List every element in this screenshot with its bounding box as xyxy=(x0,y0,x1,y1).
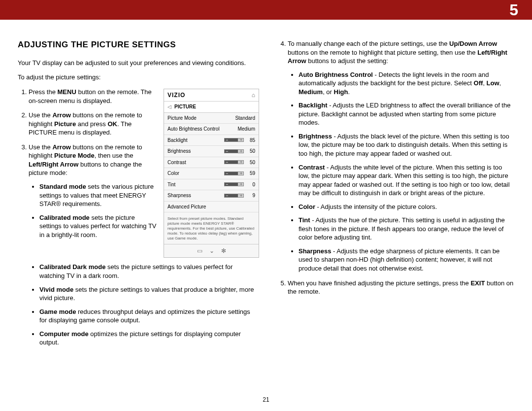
row-advanced: Advanced Picture xyxy=(164,202,259,213)
settings-list: Auto Brightness Control - Detects the li… xyxy=(288,70,514,273)
home-icon: ⌂ xyxy=(252,91,255,99)
opt-sharpness: Sharpness - Adjusts the edge sharpness o… xyxy=(299,247,514,273)
mode-vivid: Vivid mode sets the picture settings to … xyxy=(39,285,259,303)
slider-icon xyxy=(224,149,244,153)
intro-paragraph: Your TV display can be adjusted to suit … xyxy=(18,59,259,68)
mode-calibrated-dark: Calibrated Dark mode sets the picture se… xyxy=(39,263,259,280)
chapter-number: 5 xyxy=(509,1,518,19)
row-abc: Auto Brightness ControlMedium xyxy=(164,124,259,135)
row-picture-mode: Picture ModeStandard xyxy=(164,113,259,124)
page-number: 21 xyxy=(0,396,532,403)
menu-help-text: Select from preset picture modes. Standa… xyxy=(164,212,259,244)
steps-list-1: Press the MENU button on the remote. The… xyxy=(18,88,157,239)
wide-icon: ▭ xyxy=(197,247,202,255)
osd-menu: VIZIO ⌂ ◁ PICTURE Picture ModeStandard A… xyxy=(164,89,259,258)
slider-icon xyxy=(224,160,244,164)
brand-logo: VIZIO xyxy=(167,91,185,99)
gear-icon: ✻ xyxy=(221,247,226,255)
slider-icon xyxy=(224,138,244,142)
left-column: ADJUSTING THE PICTURE SETTINGS Your TV d… xyxy=(18,39,259,352)
step-4: To manually change each of the picture s… xyxy=(288,39,514,273)
menu-header: VIZIO ⌂ xyxy=(164,89,259,102)
menu-subheader: ◁ PICTURE xyxy=(164,102,259,113)
row-contrast: Contrast50 xyxy=(164,157,259,169)
mode-calibrated: Calibrated mode sets the picture setting… xyxy=(39,213,157,240)
opt-tint: Tint - Adjusts the hue of the picture. T… xyxy=(299,216,514,242)
mode-standard: Standard mode sets the various picture s… xyxy=(39,182,157,208)
row-tint: Tint0 xyxy=(164,179,259,191)
row-brightness: Brightness50 xyxy=(164,146,259,157)
lead-paragraph: To adjust the picture settings: xyxy=(18,73,259,82)
step-3: Use the Arrow buttons on the remote to h… xyxy=(29,143,157,239)
mode-computer: Computer mode optimizes the picture sett… xyxy=(39,330,259,347)
menu-title: PICTURE xyxy=(174,103,196,110)
chapter-header: 5 xyxy=(0,0,532,20)
picture-modes-list-bottom: Calibrated Dark mode sets the picture se… xyxy=(18,263,259,346)
page-content: ADJUSTING THE PICTURE SETTINGS Your TV d… xyxy=(0,20,532,352)
mode-game: Game mode reduces throughput delays and … xyxy=(39,308,259,325)
opt-brightness: Brightness - Adjusts the black level of … xyxy=(299,132,514,158)
slider-icon xyxy=(224,171,244,175)
back-icon: ◁ xyxy=(167,103,171,110)
row-sharpness: Sharpness9 xyxy=(164,190,259,202)
step-2: Use the Arrow buttons on the remote to h… xyxy=(29,111,157,137)
row-backlight: Backlight85 xyxy=(164,135,259,146)
menu-footer: ▭ ⌄ ✻ xyxy=(164,244,259,257)
slider-icon xyxy=(224,182,244,186)
opt-backlight: Backlight - Adjusts the LED brightness t… xyxy=(299,101,514,127)
right-column: To manually change each of the picture s… xyxy=(277,39,514,352)
slider-icon xyxy=(224,194,244,198)
section-heading: ADJUSTING THE PICTURE SETTINGS xyxy=(18,39,259,51)
step-1: Press the MENU button on the remote. The… xyxy=(29,88,157,105)
step-5: When you have finished adjusting the pic… xyxy=(288,279,514,296)
opt-color: Color - Adjusts the intensity of the pic… xyxy=(299,203,514,211)
steps-list-2: To manually change each of the picture s… xyxy=(277,39,514,296)
opt-contrast: Contrast - Adjusts the white level of th… xyxy=(299,163,514,198)
row-color: Color59 xyxy=(164,168,259,179)
chevron-down-icon: ⌄ xyxy=(209,247,214,255)
opt-abc: Auto Brightness Control - Detects the li… xyxy=(299,70,514,97)
picture-modes-list-top: Standard mode sets the various picture s… xyxy=(29,182,157,239)
